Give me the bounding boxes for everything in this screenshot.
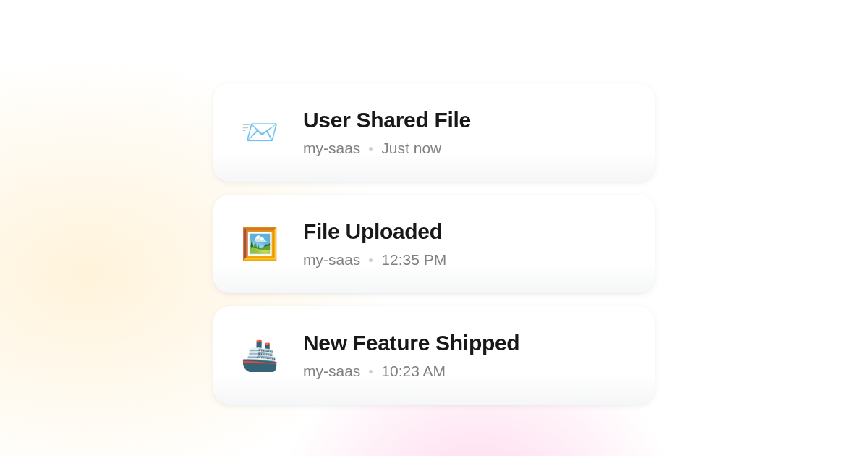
incoming-envelope-icon: 📨 (238, 111, 281, 154)
framed-picture-icon: 🖼️ (238, 222, 281, 266)
notification-title: User Shared File (303, 108, 471, 132)
notification-content: File Uploaded my-saas 12:35 PM (303, 219, 446, 269)
separator-dot (369, 370, 373, 373)
notification-icon-glyph: 🖼️ (241, 229, 278, 259)
notification-time: 10:23 AM (381, 363, 446, 380)
notification-card[interactable]: 📨 User Shared File my-saas Just now (213, 83, 655, 182)
notification-time: Just now (381, 140, 441, 157)
notification-list: 📨 User Shared File my-saas Just now 🖼️ F… (213, 83, 655, 405)
notification-time: 12:35 PM (381, 251, 446, 269)
notification-card[interactable]: 🚢 New Feature Shipped my-saas 10:23 AM (213, 306, 655, 405)
notification-icon-glyph: 📨 (241, 117, 278, 148)
notification-content: User Shared File my-saas Just now (303, 108, 471, 157)
notification-meta: my-saas Just now (303, 140, 471, 157)
separator-dot (369, 258, 373, 262)
notification-card[interactable]: 🖼️ File Uploaded my-saas 12:35 PM (213, 195, 655, 293)
notification-project: my-saas (303, 363, 360, 380)
notification-icon-glyph: 🚢 (241, 340, 278, 371)
ship-icon: 🚢 (238, 334, 281, 377)
notification-project: my-saas (303, 251, 360, 269)
notification-meta: my-saas 12:35 PM (303, 251, 446, 269)
notification-title: File Uploaded (303, 219, 446, 244)
notification-content: New Feature Shipped my-saas 10:23 AM (303, 331, 519, 380)
separator-dot (369, 147, 373, 151)
notification-meta: my-saas 10:23 AM (303, 363, 519, 380)
notification-project: my-saas (303, 140, 360, 157)
notification-title: New Feature Shipped (303, 331, 519, 355)
